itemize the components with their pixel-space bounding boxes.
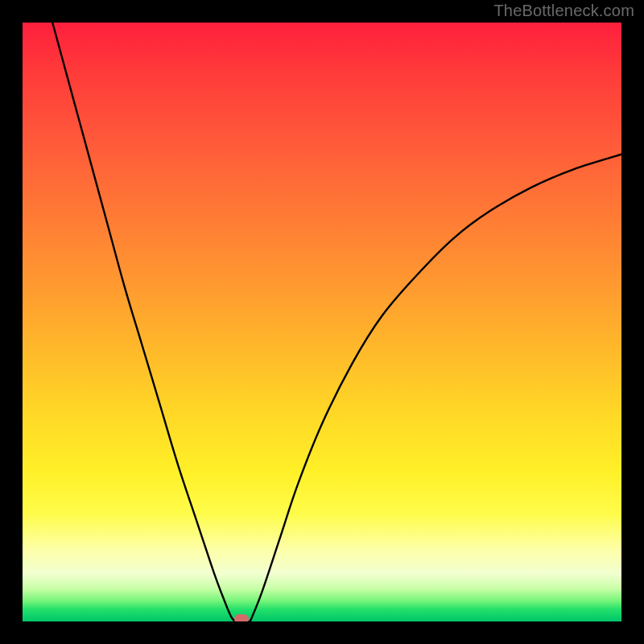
chart-frame: TheBottleneck.com (0, 0, 644, 644)
curve-left (52, 23, 235, 621)
plot-area (23, 23, 621, 621)
curve-svg (23, 23, 621, 621)
curve-right (250, 155, 621, 621)
watermark-text: TheBottleneck.com (493, 2, 634, 20)
optimal-marker (234, 614, 249, 621)
